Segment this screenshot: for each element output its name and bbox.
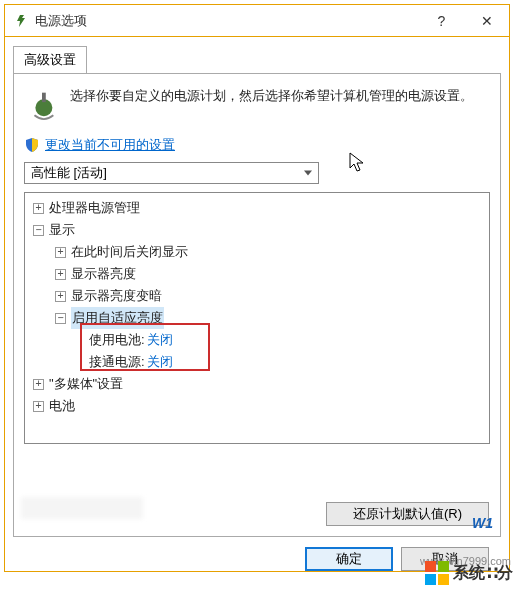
tree-node-display[interactable]: − 显示 bbox=[27, 219, 487, 241]
tree-label-adaptive-selected: 启用自适应亮度 bbox=[71, 307, 164, 329]
tree-node-battery[interactable]: + 电池 bbox=[27, 395, 487, 417]
expand-icon[interactable]: + bbox=[55, 247, 66, 258]
expand-icon[interactable]: + bbox=[55, 269, 66, 280]
uac-shield-icon bbox=[24, 137, 40, 153]
tree-node-plugged-in[interactable]: 接通电源: 关闭 bbox=[27, 351, 487, 373]
power-plan-icon bbox=[13, 13, 29, 29]
close-button[interactable]: ✕ bbox=[464, 5, 509, 36]
tree-node-cpu[interactable]: + 处理器电源管理 bbox=[27, 197, 487, 219]
plugged-in-label: 接通电源: bbox=[89, 351, 145, 373]
microsoft-logo-icon bbox=[425, 561, 449, 585]
uac-link-row: 更改当前不可用的设置 bbox=[24, 136, 490, 154]
power-icon-large bbox=[24, 86, 60, 122]
plugged-in-value[interactable]: 关闭 bbox=[147, 351, 173, 373]
help-button[interactable]: ? bbox=[419, 5, 464, 36]
power-options-window: 电源选项 ? ✕ 高级设置 选择你要自定义的电源 bbox=[4, 4, 510, 572]
expand-icon[interactable]: + bbox=[33, 401, 44, 412]
tab-advanced[interactable]: 高级设置 bbox=[13, 46, 87, 74]
expand-icon[interactable]: + bbox=[33, 203, 44, 214]
titlebar-controls: ? ✕ bbox=[419, 5, 509, 36]
tree-node-adaptive[interactable]: − 启用自适应亮度 bbox=[27, 307, 487, 329]
ok-button[interactable]: 确定 bbox=[305, 547, 393, 571]
power-plan-selected: 高性能 [活动] bbox=[31, 164, 107, 182]
site-watermark: 系统∷分 bbox=[425, 561, 513, 585]
tree-node-display-off[interactable]: + 在此时间后关闭显示 bbox=[27, 241, 487, 263]
collapse-icon[interactable]: − bbox=[55, 313, 66, 324]
tree-node-dimmed[interactable]: + 显示器亮度变暗 bbox=[27, 285, 487, 307]
on-battery-value[interactable]: 关闭 bbox=[147, 329, 173, 351]
settings-tree[interactable]: + 处理器电源管理 − 显示 + 在此时间后关闭显示 + 显示器亮度 bbox=[24, 192, 490, 444]
content-area: 高级设置 选择你要自定义的电源计划，然后选择你希望计算机管理的电源设置。 bbox=[5, 37, 509, 571]
blurred-region bbox=[21, 497, 143, 519]
site-brand-text: 系统∷分 bbox=[453, 563, 513, 584]
tab-panel-advanced: 选择你要自定义的电源计划，然后选择你希望计算机管理的电源设置。 更改当前不可用的… bbox=[13, 73, 501, 537]
cursor-icon bbox=[349, 152, 367, 179]
tabset: 高级设置 选择你要自定义的电源计划，然后选择你希望计算机管理的电源设置。 bbox=[13, 45, 501, 537]
on-battery-label: 使用电池: bbox=[89, 329, 145, 351]
svg-rect-1 bbox=[42, 93, 46, 102]
expand-icon[interactable]: + bbox=[33, 379, 44, 390]
restore-defaults-button[interactable]: 还原计划默认值(R) bbox=[326, 502, 489, 526]
collapse-icon[interactable]: − bbox=[33, 225, 44, 236]
tab-header: 高级设置 bbox=[13, 45, 501, 73]
tree-node-brightness[interactable]: + 显示器亮度 bbox=[27, 263, 487, 285]
intro-text: 选择你要自定义的电源计划，然后选择你希望计算机管理的电源设置。 bbox=[70, 86, 473, 122]
tree-node-on-battery[interactable]: 使用电池: 关闭 bbox=[27, 329, 487, 351]
window-title: 电源选项 bbox=[35, 12, 419, 30]
titlebar: 电源选项 ? ✕ bbox=[5, 5, 509, 37]
power-plan-dropdown[interactable]: 高性能 [活动] bbox=[24, 162, 319, 184]
w1-watermark: W1 bbox=[472, 515, 493, 531]
tree-node-multimedia[interactable]: + "多媒体"设置 bbox=[27, 373, 487, 395]
intro-row: 选择你要自定义的电源计划，然后选择你希望计算机管理的电源设置。 bbox=[24, 86, 490, 122]
change-unavailable-settings-link[interactable]: 更改当前不可用的设置 bbox=[45, 136, 175, 154]
expand-icon[interactable]: + bbox=[55, 291, 66, 302]
